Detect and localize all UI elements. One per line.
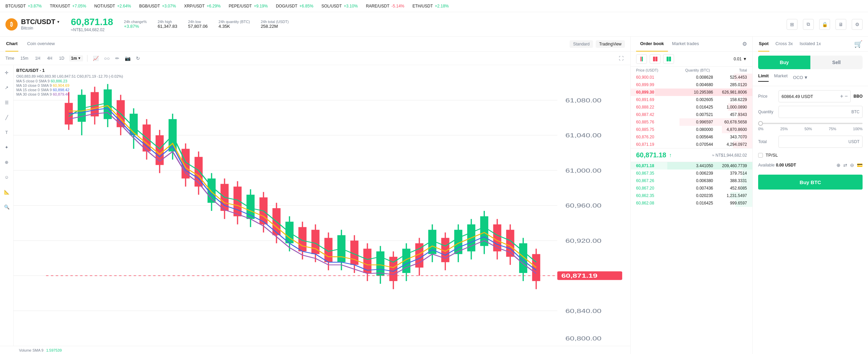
chart-pen-icon[interactable]: ✏: [114, 54, 121, 62]
ticker-item-btc[interactable]: BTC/USDT +3.87%: [5, 4, 42, 8]
ob-precision[interactable]: 0.01 ▼: [734, 57, 747, 61]
lines-tool[interactable]: ☰: [2, 98, 12, 107]
chart-pair-label: BTC/USDT · 1: [16, 68, 123, 73]
ask-row-10[interactable]: 60,871.19 0.070544 4,294.0972: [631, 141, 752, 148]
view-standard[interactable]: Standard: [570, 40, 593, 48]
ob-view-both[interactable]: [636, 54, 647, 64]
header-icon-settings[interactable]: ⚙: [852, 19, 863, 30]
header-icon-grid[interactable]: ⊞: [787, 19, 797, 30]
ask-row-3[interactable]: 60,899.30 10.295386 626,981.8006: [631, 88, 752, 96]
trade-icon[interactable]: 🛒: [854, 40, 863, 48]
buy-crypto-icon[interactable]: 💳: [857, 162, 863, 168]
buy-btc-button[interactable]: Buy BTC: [758, 175, 863, 190]
slider-0pct[interactable]: 0%: [758, 127, 764, 131]
tab-isolated[interactable]: Isolated 1x: [799, 37, 822, 52]
header-icon-lock[interactable]: 🔒: [819, 19, 830, 30]
tab-chart[interactable]: Chart: [5, 37, 18, 52]
ticker-item-dog[interactable]: DOG/USDT +6.85%: [276, 4, 313, 8]
order-oco[interactable]: OCO ▼: [793, 75, 808, 80]
qty-input[interactable]: [782, 110, 851, 115]
ticker-item-eth[interactable]: ETH/USDT +2.18%: [413, 4, 449, 8]
tab-order-book[interactable]: Order book: [636, 37, 668, 52]
ob-view-buy[interactable]: [663, 54, 674, 64]
ticker-item-xrp[interactable]: XRP/USDT +6.29%: [184, 4, 221, 8]
buy-button[interactable]: Buy: [758, 56, 810, 69]
bid-row-5[interactable]: 60,862.35 0.020235 1,231.5497: [631, 192, 752, 199]
ask-row-6[interactable]: 60,887.42 0.007521 457.9343: [631, 111, 752, 118]
ask-row-4[interactable]: 60,891.69 0.002605 158.6229: [631, 96, 752, 103]
ticker-change: +9.19%: [254, 4, 268, 8]
ask-row-9[interactable]: 60,876.20 0.005646 343.7070: [631, 133, 752, 141]
slider-25pct[interactable]: 25%: [780, 127, 788, 131]
slider-track[interactable]: [758, 123, 863, 124]
tab-coin-overview[interactable]: Coin overview: [26, 37, 56, 52]
sell-button[interactable]: Sell: [810, 56, 863, 69]
chart-oo-icon[interactable]: ○○: [103, 54, 111, 62]
tpsl-checkbox[interactable]: [758, 153, 763, 158]
coin-name[interactable]: BTC/USDT ▼: [21, 18, 60, 26]
ticker-item-bgb[interactable]: BGB/USDT +3.07%: [139, 4, 176, 8]
tab-spot[interactable]: Spot: [758, 37, 769, 52]
ask-row-8[interactable]: 60,885.75 0.080000 4,870.8600: [631, 126, 752, 133]
ticker-item-not[interactable]: NOT/USDT +2.64%: [94, 4, 131, 8]
view-tradingview[interactable]: TradingView: [596, 40, 625, 48]
ticker-item-sol[interactable]: SOL/USDT +3.10%: [321, 4, 358, 8]
ask-row-2[interactable]: 60,899.99 0.004680 285.0120: [631, 81, 752, 88]
chart-expand-icon[interactable]: ⛶: [617, 54, 625, 62]
slider-75pct[interactable]: 75%: [829, 127, 836, 131]
ask-row-7[interactable]: 60,885.76 0.996597 60,678.5658: [631, 118, 752, 126]
ob-filter-icon[interactable]: ⚙: [742, 41, 747, 47]
slider-100pct[interactable]: 100%: [853, 127, 863, 131]
ticker-item-rare[interactable]: RARE/USDT -5.14%: [366, 4, 404, 8]
zoom-tool[interactable]: 🔍: [2, 202, 12, 212]
ticker-item-trx[interactable]: TRX/USDT +7.05%: [50, 4, 86, 8]
bid-row-4[interactable]: 60,867.20 0.007436 452.6085: [631, 184, 752, 192]
measure-tool[interactable]: ⊕: [2, 157, 12, 167]
crosshair-tool[interactable]: ✛: [2, 68, 12, 77]
emoji-tool[interactable]: ☺: [2, 172, 12, 182]
price-minus-icon[interactable]: −: [845, 93, 848, 99]
price-plus-icon[interactable]: +: [840, 93, 843, 99]
header-icon-monitor[interactable]: 🖥: [835, 19, 846, 30]
bbo-button[interactable]: BBO: [853, 94, 863, 99]
ticker-item-pepe[interactable]: PEPE/USDT +9.19%: [229, 4, 268, 8]
price-input[interactable]: [782, 94, 839, 99]
time-btn-1d[interactable]: 1D: [57, 55, 66, 61]
transfer-icon[interactable]: ⇄: [843, 162, 847, 168]
chart-refresh-icon[interactable]: ↻: [135, 54, 141, 62]
tab-cross[interactable]: Cross 3x: [775, 37, 793, 52]
header-icon-layout[interactable]: ⧉: [803, 19, 814, 30]
ruler-tool[interactable]: 📐: [2, 187, 12, 197]
draw-line-tool[interactable]: ╱: [2, 113, 12, 122]
avail-label: Available: [758, 163, 774, 168]
dropdown-icon: ▼: [804, 75, 808, 80]
order-market[interactable]: Market: [774, 73, 788, 82]
trading-panel: Spot Cross 3x Isolated 1x 🛒 Buy Sell Lim…: [753, 37, 868, 354]
ob-view-sell[interactable]: [650, 54, 660, 64]
total-input[interactable]: [782, 139, 848, 144]
ob-col-price: Price (USDT): [636, 68, 673, 72]
ask-row-1[interactable]: 60,900.01 0.008628 525.4453: [631, 74, 752, 81]
slider-50pct[interactable]: 50%: [805, 127, 812, 131]
withdraw-icon[interactable]: ⊖: [850, 162, 854, 168]
tab-market-trades[interactable]: Market trades: [668, 37, 703, 52]
bid-row-6[interactable]: 60,862.08 0.016425 999.6597: [631, 199, 752, 207]
stat-high-value: 61,347.83: [158, 24, 177, 29]
time-btn-15m[interactable]: 15m: [18, 55, 30, 61]
order-limit[interactable]: Limit: [758, 73, 769, 82]
bid-row-1[interactable]: 60,871.18 3.441050 209,460.7739: [631, 162, 752, 170]
time-btn-1h[interactable]: 1H: [33, 55, 42, 61]
bid-row-3[interactable]: 60,867.26 0.006380 388.3331: [631, 177, 752, 184]
deposit-icon[interactable]: ⊕: [836, 162, 841, 168]
svg-text:60,920.00: 60,920.00: [566, 238, 601, 244]
bid-row-2[interactable]: 60,867.35 0.006239 379.7514: [631, 170, 752, 177]
shapes-tool[interactable]: ✦: [2, 142, 12, 152]
arrow-tool[interactable]: ↗: [2, 83, 12, 92]
chart-camera-icon[interactable]: 📷: [123, 54, 132, 62]
chart-line-icon[interactable]: 📈: [92, 54, 100, 62]
time-btn-4h[interactable]: 4H: [45, 55, 54, 61]
ask-row-5[interactable]: 60,888.22 0.016425 1,000.0890: [631, 103, 752, 111]
slider-thumb[interactable]: [758, 121, 763, 126]
time-btn-1m-dropdown[interactable]: 1m ▼: [69, 55, 83, 61]
text-tool[interactable]: T: [2, 127, 12, 137]
